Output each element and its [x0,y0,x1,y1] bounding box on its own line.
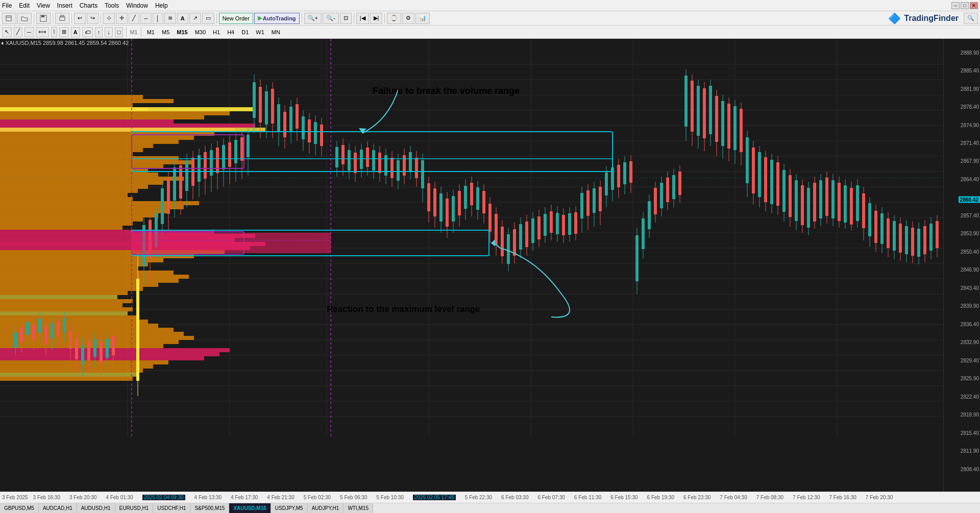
svg-rect-292 [586,190,590,216]
tf-m15[interactable]: M15 [174,27,190,37]
svg-rect-398 [911,228,914,256]
zoom-select-button[interactable]: ⊡ [340,13,352,24]
svg-rect-322 [678,172,681,195]
text-tool[interactable]: A [71,27,80,37]
menu-file[interactable]: File [2,2,12,9]
svg-rect-147 [136,279,139,381]
tf-mn[interactable]: MN [269,27,283,37]
tab-usdjpy[interactable]: USDJPY,M5 [271,503,308,514]
tab-usdchf[interactable]: USDCHF,H1 [153,503,190,514]
svg-rect-358 [789,175,792,217]
rectangle-button[interactable]: ▭ [202,13,214,24]
hline-button[interactable]: ─ [140,13,152,24]
tf-m1[interactable]: M1 [144,27,157,37]
arrow-button[interactable]: ↗ [189,13,201,24]
svg-rect-62 [0,189,138,193]
svg-rect-264 [501,227,504,256]
arrow-down-tool[interactable]: ↓ [105,27,113,37]
time-label-19: 6 Feb 23:30 [683,495,710,500]
svg-rect-118 [32,325,35,340]
hline-tool[interactable]: ─ [24,27,34,37]
svg-rect-308 [635,235,639,281]
tab-audcad[interactable]: AUDCAD,H1 [39,503,77,514]
tf-h1[interactable]: H1 [210,27,223,37]
tab-sp500[interactable]: S&P500,M15 [190,503,229,514]
tf-m30[interactable]: M30 [192,27,208,37]
tab-wti[interactable]: WTI,M15 [344,503,373,514]
fib-button[interactable]: ≋ [164,13,176,24]
zoom-in-button[interactable]: 🔍+ [304,13,322,24]
fib-tool[interactable]: 𝄁 [51,27,57,37]
menu-help[interactable]: Help [155,2,168,9]
svg-rect-163 [185,160,188,191]
restore-button[interactable]: □ [961,2,969,9]
tab-gbpusd[interactable]: GBPUSD,M5 [0,503,39,514]
price-current: 2860.42 [959,196,980,203]
menu-insert[interactable]: Insert [57,2,72,9]
menu-charts[interactable]: Charts [80,2,97,9]
line-tool[interactable]: ╱ [14,27,22,37]
chart-right-button[interactable]: ▶| [370,13,383,24]
redo-button[interactable]: ↪ [87,13,99,24]
time-label-6: 4 Feb 13:30 [194,495,222,500]
tab-eurusd[interactable]: EURUSD,H1 [115,503,154,514]
channel-tool[interactable]: ⟺ [36,27,49,37]
zoom-out-button[interactable]: 🔍- [323,13,339,24]
tf-m5[interactable]: M5 [159,27,172,37]
tab-audjpy[interactable]: AUDJPY,H1 [308,503,344,514]
svg-rect-120 [38,319,41,333]
vline-button[interactable]: │ [153,13,163,24]
menu-edit[interactable]: Edit [19,2,30,9]
period-sep-button[interactable]: ⌚ [387,13,401,24]
svg-rect-356 [782,170,786,212]
svg-rect-270 [519,224,522,250]
svg-rect-238 [421,160,424,188]
print-button[interactable] [55,13,69,24]
indicators-button[interactable]: 📊 [415,13,430,24]
arrow-up-tool[interactable]: ↑ [95,27,103,37]
objects-button[interactable]: ⚙ [402,13,414,24]
svg-rect-89 [0,299,133,303]
minimize-button[interactable]: ─ [951,2,960,9]
svg-rect-316 [660,183,663,208]
tf-w1[interactable]: W1 [253,27,267,37]
open-button[interactable] [17,13,32,24]
chart-left-button[interactable]: |◀ [356,13,369,24]
svg-rect-95 [0,324,158,328]
svg-rect-93 [0,315,138,320]
svg-rect-187 [259,87,262,123]
line-button[interactable]: ╱ [129,13,139,24]
pointer-tool[interactable]: ↖ [2,27,12,37]
new-chart-button[interactable] [2,13,16,24]
tab-audusd[interactable]: AUDUSD,H1 [77,503,115,514]
tab-xauusd[interactable]: XAUUSD,M15 [229,503,271,514]
chart-svg[interactable] [0,39,943,492]
new-order-button[interactable]: New Order [219,13,253,24]
box-tool[interactable]: □ [115,27,124,37]
svg-rect-138 [93,339,96,357]
svg-rect-274 [531,218,534,243]
svg-rect-92 [0,311,128,315]
svg-rect-128 [63,318,66,332]
tf-h4[interactable]: H4 [225,27,237,37]
chart-main[interactable]: ♦ XAUUSD,M15 2859.98 2861.45 2859.54 286… [0,39,943,492]
close-button[interactable]: ✕ [970,2,978,9]
svg-rect-222 [372,150,375,170]
save-button[interactable] [36,13,51,24]
svg-rect-41 [0,103,133,107]
search-button[interactable]: 🔍 [964,13,978,24]
crosshair-button[interactable]: ✛ [116,13,128,24]
auto-trading-button[interactable]: ▶ AutoTrading [254,13,300,24]
gann-tool[interactable]: ⊞ [59,27,69,37]
menu-view[interactable]: View [37,2,50,9]
tf-d1[interactable]: D1 [239,27,251,37]
label-tool[interactable]: 🏷 [82,27,93,37]
text-button[interactable]: A [177,13,188,24]
cursor-button[interactable]: ⊹ [103,13,115,24]
undo-button[interactable]: ↩ [74,13,86,24]
menu-window[interactable]: Window [126,2,148,9]
menu-tools[interactable]: Tools [105,2,119,9]
svg-rect-288 [574,212,577,234]
svg-rect-314 [654,188,657,214]
svg-rect-338 [727,104,730,149]
